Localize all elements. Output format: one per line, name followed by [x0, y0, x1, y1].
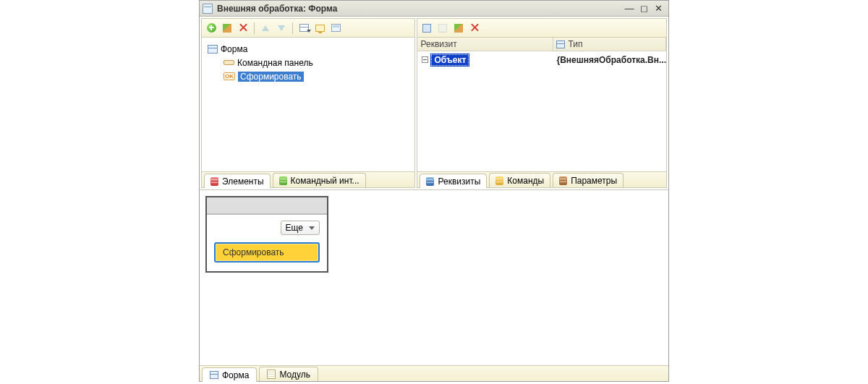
tab-module[interactable]: Модуль	[259, 367, 318, 381]
stack-icon	[559, 176, 567, 185]
stack-icon	[210, 177, 218, 186]
grid-body[interactable]: Объект {ВнешняяОбработка.Вн...	[417, 51, 666, 171]
separator	[292, 22, 293, 34]
move-down-button[interactable]	[275, 22, 288, 35]
type-icon	[556, 40, 565, 48]
grid-icon	[299, 24, 309, 32]
cell-type[interactable]: {ВнешняяОбработка.Вн...	[553, 55, 666, 65]
grid-header: Реквизит Тип	[417, 38, 666, 51]
tree-node-cmdpanel[interactable]: Командная панель	[205, 56, 412, 69]
edit-button[interactable]	[221, 22, 234, 35]
stack-icon	[279, 176, 287, 185]
maximize-button[interactable]: ◻	[637, 3, 651, 14]
tree-node-generate[interactable]: OK Сформировать	[205, 69, 412, 83]
more-label: Еще	[286, 223, 303, 233]
left-tabstrip: Элементы Командный инт...	[202, 171, 414, 187]
form-icon	[210, 371, 218, 379]
titlebar: Внешняя обработка: Форма — ◻ ✕	[200, 1, 668, 17]
chevron-down-icon	[309, 226, 315, 230]
monitor-icon	[315, 25, 325, 32]
stack-icon	[495, 176, 503, 185]
left-toolbar	[202, 19, 414, 38]
tab-label: Форма	[222, 370, 249, 380]
module-icon	[267, 370, 276, 379]
tree-node-form[interactable]: Форма	[205, 42, 412, 56]
stack-icon	[426, 177, 434, 186]
window-title: Внешняя обработка: Форма	[217, 4, 622, 14]
minimize-button[interactable]: —	[622, 3, 637, 14]
delete-button[interactable]	[237, 22, 250, 35]
command-panel-icon	[224, 60, 234, 65]
tab-elements[interactable]: Элементы	[204, 174, 271, 188]
column-header-attr[interactable]: Реквизит	[417, 38, 553, 51]
arrow-up-icon	[262, 25, 269, 31]
tab-commands[interactable]: Команды	[489, 173, 550, 187]
plus-icon	[207, 23, 216, 33]
tab-label: Элементы	[222, 176, 264, 187]
tab-command-interface[interactable]: Командный инт...	[273, 173, 366, 187]
cell-value-selected: Объект	[431, 54, 469, 66]
x-icon	[239, 24, 247, 32]
form-editor-window: Внешняя обработка: Форма — ◻ ✕	[199, 0, 669, 382]
bottom-tabstrip: Форма Модуль	[200, 365, 668, 381]
cell-name[interactable]: Объект	[417, 54, 553, 66]
tab-form[interactable]: Форма	[202, 367, 257, 382]
separator	[254, 22, 255, 34]
window-icon	[203, 4, 213, 14]
tab-attributes[interactable]: Реквизиты	[420, 174, 487, 188]
preview-body: Сформировать	[207, 239, 327, 271]
pencil-icon	[223, 24, 231, 33]
column-header-type[interactable]: Тип	[553, 38, 666, 51]
collapse-icon[interactable]	[422, 56, 428, 63]
tab-label: Модуль	[279, 370, 310, 380]
add-attr-button[interactable]	[420, 22, 433, 35]
x-icon	[471, 24, 479, 32]
close-button[interactable]: ✕	[651, 3, 665, 14]
ok-button-icon: OK	[224, 72, 235, 80]
grid-row[interactable]: Объект {ВнешняяОбработка.Вн...	[417, 53, 666, 67]
right-toolbar	[417, 19, 666, 38]
tab-label: Команды	[507, 176, 544, 186]
add-attr-icon	[422, 24, 431, 33]
tree-label-selected: Сформировать	[238, 72, 304, 82]
preview-titlebar	[207, 197, 327, 215]
tree-label: Командная панель	[237, 58, 313, 68]
grid-dropdown[interactable]	[297, 22, 310, 35]
more-button[interactable]: Еще	[281, 221, 320, 235]
preview-dropdown[interactable]	[313, 22, 326, 35]
form-preview-area: Еще Сформировать	[200, 189, 668, 365]
elements-pane: Форма Командная панель OK Сформировать Э…	[201, 18, 415, 188]
elements-tree[interactable]: Форма Командная панель OK Сформировать	[202, 38, 414, 171]
tree-label: Форма	[221, 44, 247, 54]
preview-form: Еще Сформировать	[205, 196, 328, 273]
column-label: Реквизит	[420, 39, 456, 49]
add-button[interactable]	[205, 22, 218, 35]
form-icon	[331, 24, 341, 32]
add-col-icon	[438, 24, 447, 33]
move-up-button[interactable]	[259, 22, 272, 35]
content-area: Форма Командная панель OK Сформировать Э…	[200, 17, 668, 381]
arrow-down-icon	[278, 25, 285, 31]
top-panes: Форма Командная панель OK Сформировать Э…	[200, 17, 668, 189]
tab-label: Командный инт...	[291, 176, 359, 186]
edit-attr-button[interactable]	[452, 22, 465, 35]
tab-label: Реквизиты	[438, 176, 480, 187]
pencil-icon	[454, 24, 463, 33]
generate-button[interactable]: Сформировать	[214, 242, 320, 263]
tab-parameters[interactable]: Параметры	[553, 173, 624, 187]
form-icon	[208, 45, 218, 54]
right-tabstrip: Реквизиты Команды Параметры	[417, 171, 666, 187]
add-column-button[interactable]	[436, 22, 449, 35]
form-dropdown[interactable]	[329, 22, 342, 35]
button-label: Сформировать	[223, 247, 284, 257]
column-label: Тип	[568, 39, 582, 49]
tab-label: Параметры	[571, 176, 617, 186]
preview-toolbar: Еще	[207, 215, 327, 239]
delete-attr-button[interactable]	[468, 22, 481, 35]
attributes-pane: Реквизит Тип Объект {ВнешняяОбработка.Вн…	[417, 18, 667, 188]
